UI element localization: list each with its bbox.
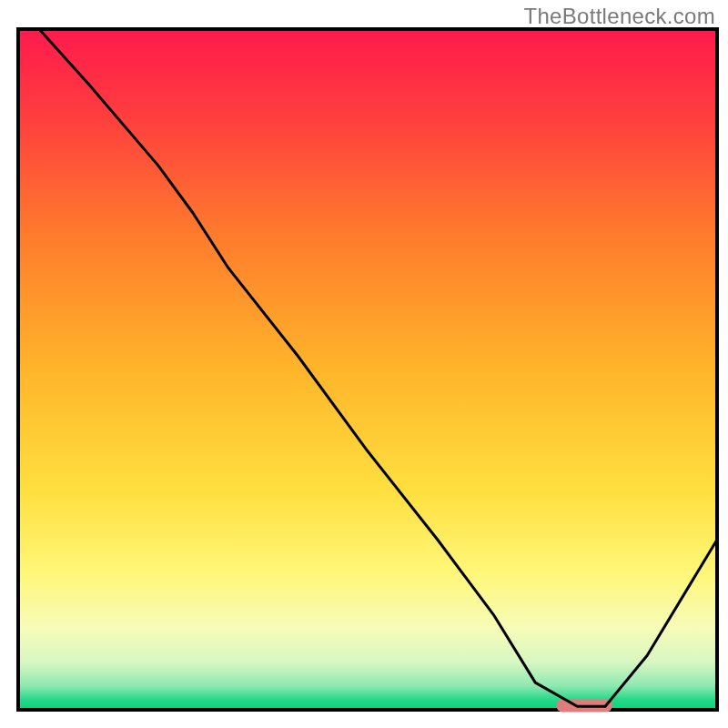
gradient-background bbox=[18, 29, 717, 710]
bottleneck-chart bbox=[0, 0, 728, 728]
watermark-label: TheBottleneck.com bbox=[523, 4, 715, 29]
chart-container: TheBottleneck.com bbox=[0, 0, 728, 728]
